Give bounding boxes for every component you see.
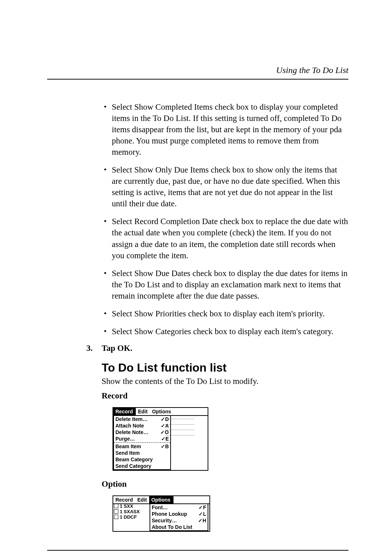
bullet-list: Select Show Completed Items check box to…: [102, 101, 348, 337]
menu-separator: [114, 442, 170, 443]
body-content: Select Show Completed Items check box to…: [102, 101, 348, 528]
menubar: Record Edit Options: [113, 496, 209, 504]
menu-item-purge[interactable]: Purge…✓E: [114, 436, 170, 442]
bullet-item: Select Record Completion Date check box …: [102, 216, 348, 261]
option-menu-figure: Record Edit Options 1 SXX 1 SXASX 1 DDCF…: [102, 495, 348, 528]
menu-options[interactable]: Options: [149, 496, 173, 503]
menu-item-security[interactable]: Security…✓H: [150, 517, 208, 524]
step-number: 3.: [86, 344, 102, 353]
menu-item-delete-item[interactable]: Delete Item…✓D: [114, 416, 170, 422]
page-footer: G18 User Manual 176: [47, 554, 348, 555]
option-subhead: Option: [102, 479, 348, 489]
checkbox-icon: [114, 515, 118, 519]
bullet-item: Select Show Completed Items check box to…: [102, 101, 348, 158]
menu-item-delete-note[interactable]: Delete Note…✓O: [114, 429, 170, 436]
menu-item-send-item[interactable]: Send Item: [114, 450, 170, 456]
bullet-item: Select Show Due Dates check box to displ…: [102, 268, 348, 301]
record-dropdown: Delete Item…✓D Attach Note✓A Delete Note…: [113, 415, 171, 470]
footer-rule: [47, 550, 348, 551]
dotted-lines-icon: [165, 414, 194, 436]
page-number: 176: [335, 554, 348, 555]
bullet-item: Select Show Categories check box to disp…: [102, 326, 348, 337]
menu-item-beam-category[interactable]: Beam Category: [114, 456, 170, 463]
checkbox-icon: [114, 504, 118, 508]
record-subhead: Record: [102, 391, 348, 401]
menu-item-font[interactable]: Font…✓F: [150, 504, 208, 511]
menu-edit[interactable]: Edit: [135, 496, 149, 503]
menu-item-beam-item[interactable]: Beam Item✓B: [114, 443, 170, 450]
header-rule: [47, 79, 348, 80]
manual-title: G18 User Manual: [264, 554, 326, 555]
numbered-step: 3. Tap OK.: [86, 344, 348, 353]
menu-record[interactable]: Record: [113, 408, 136, 415]
checkbox-icon: [114, 509, 118, 514]
menu-edit[interactable]: Edit: [136, 408, 150, 415]
menu-item-phone-lookup[interactable]: Phone Lookup✓L: [150, 511, 208, 517]
record-menu-figure: Record Edit Options Delete Item…✓D Attac…: [102, 407, 348, 471]
menu-item-send-category[interactable]: Send Category: [114, 463, 170, 469]
section-heading: To Do List function list: [102, 361, 348, 374]
running-header: Using the To Do List: [47, 65, 348, 75]
menu-item-attach-note[interactable]: Attach Note✓A: [114, 422, 170, 429]
todo-rows-behind: 1 SXX 1 SXASX 1 DDCF: [114, 503, 140, 520]
section-lead: Show the contents of the To Do List to m…: [102, 377, 348, 386]
menu-item-about[interactable]: About To Do List: [150, 524, 208, 530]
options-dropdown: Font…✓F Phone Lookup✓L Security…✓H About…: [150, 503, 208, 531]
menu-record[interactable]: Record: [113, 496, 135, 503]
bullet-item: Select Show Only Due Items check box to …: [102, 164, 348, 209]
bullet-item: Select Show Priorities check box to disp…: [102, 308, 348, 319]
step-text: Tap OK.: [102, 344, 132, 353]
